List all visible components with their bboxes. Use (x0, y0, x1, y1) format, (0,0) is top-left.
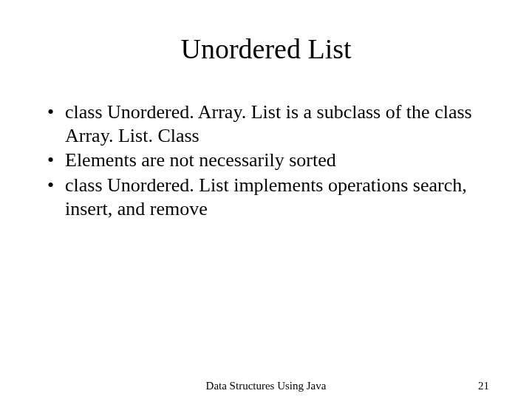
list-item: Elements are not necessarily sorted (65, 149, 488, 172)
slide: Unordered List class Unordered. Array. L… (0, 0, 532, 399)
list-item: class Unordered. Array. List is a subcla… (65, 100, 488, 147)
list-item: class Unordered. List implements operati… (65, 174, 488, 220)
footer-source: Data Structures Using Java (206, 380, 327, 392)
bullet-list: class Unordered. Array. List is a subcla… (44, 100, 488, 221)
slide-title: Unordered List (44, 33, 488, 65)
page-number: 21 (478, 380, 489, 392)
